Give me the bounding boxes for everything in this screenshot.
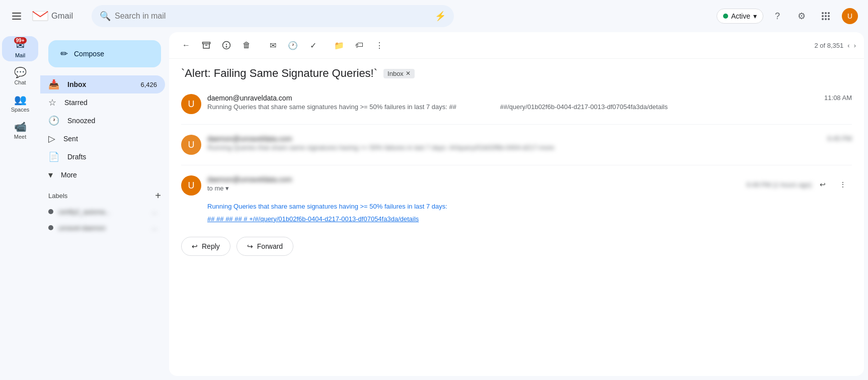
msg-body-3: Running Queries that share same signatur… bbox=[181, 202, 852, 225]
hamburger-menu[interactable] bbox=[8, 9, 25, 24]
nav-item-sent[interactable]: ▷ Sent bbox=[40, 130, 165, 148]
settings-button[interactable]: ⚙ bbox=[792, 6, 812, 26]
report-spam-button[interactable] bbox=[217, 36, 235, 54]
nav-item-starred[interactable]: ☆ Starred bbox=[40, 93, 165, 112]
inbox-badge: Inbox ✕ bbox=[383, 69, 415, 78]
main-layout: ✉ 99+ Mail 💬 Chat 👥 Spaces 📹 Meet ✏ Comp… bbox=[0, 32, 868, 380]
nav-item-drafts[interactable]: 📄 Drafts bbox=[40, 148, 165, 166]
apps-button[interactable] bbox=[816, 6, 836, 26]
label-item-0[interactable]: certify2_automa... ... bbox=[40, 204, 165, 220]
label-count-1: ... bbox=[152, 224, 157, 231]
snoozed-icon: 🕐 bbox=[48, 115, 59, 126]
gmail-logo: Gmail bbox=[31, 7, 82, 25]
move-to-button[interactable]: 📁 bbox=[330, 36, 348, 54]
reply-inline-button[interactable]: ↩ bbox=[814, 175, 832, 194]
remove-inbox-tag-button[interactable]: ✕ bbox=[406, 70, 411, 77]
nav-item-inbox[interactable]: 📥 Inbox 6,426 bbox=[40, 75, 165, 93]
topbar-right: Active ▾ ? ⚙ U bbox=[717, 6, 860, 26]
avatar-button[interactable]: U bbox=[840, 6, 860, 26]
chevron-down-icon: ▾ bbox=[753, 12, 757, 20]
active-dot bbox=[723, 14, 728, 19]
snooze-button[interactable]: 🕐 bbox=[284, 36, 302, 54]
search-input[interactable] bbox=[115, 12, 431, 21]
sidebar-spaces-label: Spaces bbox=[11, 107, 30, 113]
msg-preview-1: Running Queries that share same signatur… bbox=[207, 103, 818, 111]
chat-icon: 💬 bbox=[14, 66, 27, 78]
svg-point-5 bbox=[822, 15, 824, 17]
svg-point-8 bbox=[822, 18, 824, 20]
svg-point-4 bbox=[828, 12, 830, 14]
mail-badge: 99+ bbox=[14, 37, 27, 44]
label-dot-1 bbox=[48, 225, 53, 230]
email-message-2[interactable]: U daemon@unraveldata.com Running Queries… bbox=[169, 125, 864, 165]
svg-point-2 bbox=[822, 12, 824, 14]
search-bar[interactable]: 🔍 ⚡ bbox=[92, 5, 454, 27]
msg-body-line2: ## ## ## ## # +/#/query/01b02f6b-0404-d2… bbox=[207, 214, 852, 225]
nav-prev-button[interactable]: ‹ bbox=[847, 42, 849, 49]
sidebar-item-meet[interactable]: 📹 Meet bbox=[2, 118, 38, 143]
add-label-button[interactable]: + bbox=[155, 190, 161, 202]
search-icon: 🔍 bbox=[100, 11, 111, 22]
msg-sender-3: daemon@unraveldata.com bbox=[207, 175, 292, 183]
mark-done-button[interactable]: ✓ bbox=[304, 36, 322, 54]
reply-icon: ↩ bbox=[192, 242, 198, 250]
sidebar-mail-label: Mail bbox=[15, 52, 25, 58]
msg-preview-3: to me ▾ bbox=[207, 184, 741, 192]
mark-unread-button[interactable]: ✉ bbox=[264, 36, 282, 54]
msg-time-3: 6:49 PM (1 hours ago) bbox=[747, 181, 812, 188]
sidebar-meet-label: Meet bbox=[14, 134, 26, 140]
filter-icon[interactable]: ⚡ bbox=[435, 11, 446, 22]
email-message-3: U daemon@unraveldata.com to me ▾ 6:49 PM… bbox=[169, 165, 864, 229]
msg-header-2: U daemon@unraveldata.com Running Queries… bbox=[181, 129, 852, 161]
help-button[interactable]: ? bbox=[767, 6, 787, 26]
labels-title: Labels bbox=[48, 192, 67, 200]
nav-panel: ✏ Compose 📥 Inbox 6,426 ☆ Starred 🕐 Snoo… bbox=[40, 32, 169, 380]
msg-body-line1: Running Queries that share same signatur… bbox=[207, 202, 852, 212]
starred-label: Starred bbox=[64, 99, 157, 107]
nav-item-more[interactable]: ▾ More bbox=[40, 166, 165, 184]
reply-button[interactable]: ↩ Reply bbox=[181, 237, 230, 256]
email-area: ← 🗑 ✉ 🕐 ✓ 📁 🏷 ⋮ 2 of 8,351 ‹ › `Al bbox=[169, 32, 864, 376]
sidebar-item-spaces[interactable]: 👥 Spaces bbox=[2, 90, 38, 116]
archive-button[interactable] bbox=[197, 36, 215, 54]
sidebar-item-chat[interactable]: 💬 Chat bbox=[2, 63, 38, 88]
query-link[interactable]: ## ## ## ## # +/#/query/01b02f6b-0404-d2… bbox=[207, 215, 419, 223]
msg-sender-2: daemon@unraveldata.com bbox=[207, 135, 822, 143]
sidebar: ✉ 99+ Mail 💬 Chat 👥 Spaces 📹 Meet bbox=[0, 32, 40, 380]
more-actions-button[interactable]: ⋮ bbox=[370, 36, 388, 54]
forward-button[interactable]: ↪ Forward bbox=[236, 237, 293, 256]
nav-item-snoozed[interactable]: 🕐 Snoozed bbox=[40, 112, 165, 130]
meet-icon: 📹 bbox=[14, 121, 27, 133]
delete-button[interactable]: 🗑 bbox=[238, 36, 256, 54]
nav-next-button[interactable]: › bbox=[854, 42, 856, 49]
svg-rect-11 bbox=[203, 42, 210, 44]
back-button[interactable]: ← bbox=[177, 36, 195, 54]
msg-header-1: U daemon@unraveldata.com Running Queries… bbox=[181, 88, 852, 120]
msg-sender-info-3: daemon@unraveldata.com to me ▾ bbox=[207, 175, 741, 192]
compose-button[interactable]: ✏ Compose bbox=[48, 40, 161, 67]
email-subject-row: `Alert: Failing Same Signature Queries!`… bbox=[169, 59, 864, 84]
label-name-1: unravel-daemon bbox=[58, 224, 106, 232]
label-item-1[interactable]: unravel-daemon ... bbox=[40, 220, 165, 236]
email-nav-count: 2 of 8,351 bbox=[814, 42, 843, 49]
more-msg-actions[interactable]: ⋮ bbox=[834, 175, 852, 194]
spaces-icon: 👥 bbox=[14, 93, 27, 106]
inbox-label: Inbox bbox=[67, 80, 132, 88]
inbox-icon: 📥 bbox=[48, 79, 59, 90]
email-toolbar: ← 🗑 ✉ 🕐 ✓ 📁 🏷 ⋮ 2 of 8,351 ‹ › bbox=[169, 32, 864, 59]
navigation-info: 2 of 8,351 ‹ › bbox=[814, 42, 856, 49]
starred-icon: ☆ bbox=[48, 97, 56, 108]
active-status-button[interactable]: Active ▾ bbox=[717, 9, 763, 24]
msg-header-3: U daemon@unraveldata.com to me ▾ 6:49 PM… bbox=[181, 169, 852, 202]
msg-time-2: 6:45 PM bbox=[828, 135, 852, 142]
msg-preview-2: Running Queries that share same signatur… bbox=[207, 144, 822, 151]
label-button[interactable]: 🏷 bbox=[350, 36, 368, 54]
svg-point-6 bbox=[825, 15, 827, 17]
forward-icon: ↪ bbox=[247, 242, 253, 250]
topbar: Gmail 🔍 ⚡ Active ▾ ? ⚙ bbox=[0, 0, 868, 32]
msg-sender-info-1: daemon@unraveldata.com Running Queries t… bbox=[207, 94, 818, 111]
more-label: More bbox=[61, 171, 157, 179]
svg-point-7 bbox=[828, 15, 830, 17]
label-dot-0 bbox=[48, 209, 53, 214]
sidebar-item-mail[interactable]: ✉ 99+ Mail bbox=[2, 36, 38, 61]
